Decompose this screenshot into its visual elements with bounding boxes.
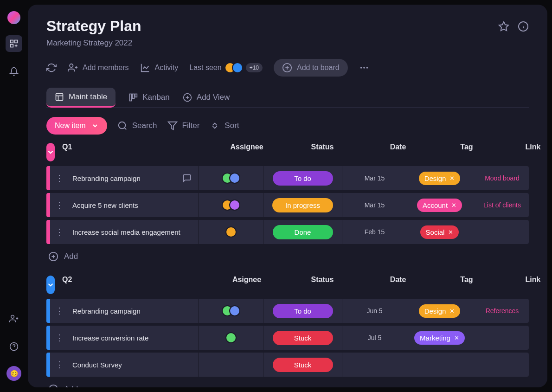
row-accent: [46, 193, 50, 217]
status-cell[interactable]: To do: [263, 299, 342, 323]
date-cell[interactable]: Mar 15: [342, 193, 407, 217]
group-name: Q2: [62, 276, 211, 294]
tag-cell[interactable]: Account✕: [407, 193, 472, 217]
status-cell[interactable]: To do: [263, 166, 342, 190]
tag-remove-icon[interactable]: ✕: [449, 175, 455, 182]
filter-button[interactable]: Filter: [167, 121, 200, 131]
last-seen[interactable]: Last seen +10: [189, 62, 263, 73]
row-menu[interactable]: ⋮: [50, 333, 69, 343]
row-title-cell[interactable]: Rebranding campaign: [69, 299, 199, 323]
bell-icon[interactable]: [6, 63, 22, 80]
status-cell[interactable]: Stuck: [263, 353, 342, 377]
row-menu[interactable]: ⋮: [50, 227, 69, 237]
table-row[interactable]: ⋮ Acquire 5 new clients In progress Mar …: [46, 193, 529, 217]
status-cell[interactable]: Stuck: [263, 326, 342, 350]
status-pill[interactable]: In progress: [272, 198, 333, 212]
app-logo[interactable]: [7, 11, 20, 24]
tab-label: Kanban: [142, 93, 170, 102]
row-title-cell[interactable]: Increase conversion rate: [69, 326, 199, 350]
link-cell[interactable]: [472, 326, 533, 350]
add-to-board-button[interactable]: Add to board: [274, 59, 348, 77]
status-pill[interactable]: To do: [273, 171, 333, 186]
row-menu[interactable]: ⋮: [50, 360, 69, 370]
new-item-button[interactable]: New item: [46, 117, 107, 135]
tag-cell[interactable]: [407, 353, 472, 377]
status-pill[interactable]: Stuck: [273, 358, 333, 372]
status-cell[interactable]: In progress: [263, 193, 342, 217]
row-title-cell[interactable]: Acquire 5 new clients: [69, 193, 199, 217]
link-cell[interactable]: [472, 353, 533, 377]
user-avatar[interactable]: 😊: [6, 366, 21, 381]
row-title-cell[interactable]: Conduct Survey: [69, 353, 199, 377]
table-row[interactable]: ⋮ Rebranding campaign To do Mar 15 Desig…: [46, 166, 529, 190]
date-cell[interactable]: Mar 15: [342, 166, 407, 190]
assignee-cell[interactable]: [199, 326, 263, 350]
col-date: Date: [366, 143, 430, 161]
tag-pill[interactable]: Account✕: [417, 199, 462, 212]
star-icon[interactable]: [498, 21, 509, 32]
activity-button[interactable]: Activity: [140, 63, 179, 73]
add-row-button[interactable]: Add: [46, 247, 529, 266]
table-row[interactable]: ⋮ Conduct Survey Stuck: [46, 353, 529, 377]
status-cell[interactable]: Done: [263, 220, 342, 244]
search-button[interactable]: Search: [117, 121, 157, 131]
add-members-button[interactable]: Add members: [68, 63, 129, 73]
svg-point-11: [360, 67, 362, 69]
tab-add-view[interactable]: Add View: [183, 88, 230, 107]
tag-remove-icon[interactable]: ✕: [451, 202, 456, 209]
tag-pill[interactable]: Design✕: [419, 304, 461, 318]
table-row[interactable]: ⋮ Increase conversion rate Stuck Jul 5 M…: [46, 326, 529, 350]
date-cell[interactable]: Feb 15: [342, 220, 407, 244]
tag-remove-icon[interactable]: ✕: [449, 308, 455, 315]
link-cell[interactable]: List of clients: [472, 193, 533, 217]
comment-icon[interactable]: [182, 174, 192, 183]
status-pill[interactable]: Done: [273, 225, 333, 239]
add-row-button[interactable]: Add: [46, 379, 529, 387]
grid-icon[interactable]: [6, 35, 22, 52]
group-toggle[interactable]: [46, 143, 55, 161]
more-menu[interactable]: [359, 63, 369, 73]
tab-kanban[interactable]: Kanban: [128, 88, 170, 107]
assignee-cell[interactable]: [199, 299, 263, 323]
col-date: Date: [366, 276, 430, 294]
assignee-cell[interactable]: [199, 220, 263, 244]
table-row[interactable]: ⋮ Rebranding campaign To do Jun 5 Design…: [46, 299, 529, 323]
tag-pill[interactable]: Marketing✕: [414, 331, 465, 345]
tag-cell[interactable]: Social✕: [407, 220, 472, 244]
new-item-label: New item: [55, 122, 86, 130]
info-icon[interactable]: [518, 21, 529, 32]
status-pill[interactable]: Stuck: [273, 331, 333, 345]
assignee-cell[interactable]: [199, 353, 263, 377]
tag-cell[interactable]: Marketing✕: [407, 326, 472, 350]
tag-pill[interactable]: Social✕: [420, 225, 459, 239]
link-cell[interactable]: References: [472, 299, 533, 323]
help-icon[interactable]: [6, 338, 22, 355]
tag-remove-icon[interactable]: ✕: [454, 334, 459, 341]
assignee-cell[interactable]: [199, 166, 263, 190]
link-cell[interactable]: [472, 220, 533, 244]
date-cell[interactable]: [342, 353, 407, 377]
tag-cell[interactable]: Design✕: [407, 166, 472, 190]
link-cell[interactable]: Mood board: [472, 166, 533, 190]
row-menu[interactable]: ⋮: [50, 173, 69, 183]
date-cell[interactable]: Jun 5: [342, 299, 407, 323]
sort-button[interactable]: Sort: [210, 121, 239, 131]
date-cell[interactable]: Jul 5: [342, 326, 407, 350]
row-title-cell[interactable]: Rebranding campaign: [69, 166, 199, 190]
table-row[interactable]: ⋮ Increase social media engagement Done …: [46, 220, 529, 244]
row-menu[interactable]: ⋮: [50, 200, 69, 210]
col-status: Status: [283, 276, 362, 294]
group-toggle[interactable]: [46, 276, 55, 294]
tab-main-table[interactable]: Maint table: [46, 88, 116, 108]
row-menu[interactable]: ⋮: [50, 306, 69, 316]
sync-button[interactable]: [46, 63, 57, 73]
tag-pill[interactable]: Design✕: [419, 172, 461, 185]
assignee-cell[interactable]: [199, 193, 263, 217]
sort-label: Sort: [225, 121, 239, 130]
svg-marker-25: [168, 122, 176, 130]
row-title-cell[interactable]: Increase social media engagement: [69, 220, 199, 244]
status-pill[interactable]: To do: [273, 304, 333, 318]
tag-remove-icon[interactable]: ✕: [448, 229, 453, 236]
add-user-icon[interactable]: [6, 310, 22, 327]
tag-cell[interactable]: Design✕: [407, 299, 472, 323]
